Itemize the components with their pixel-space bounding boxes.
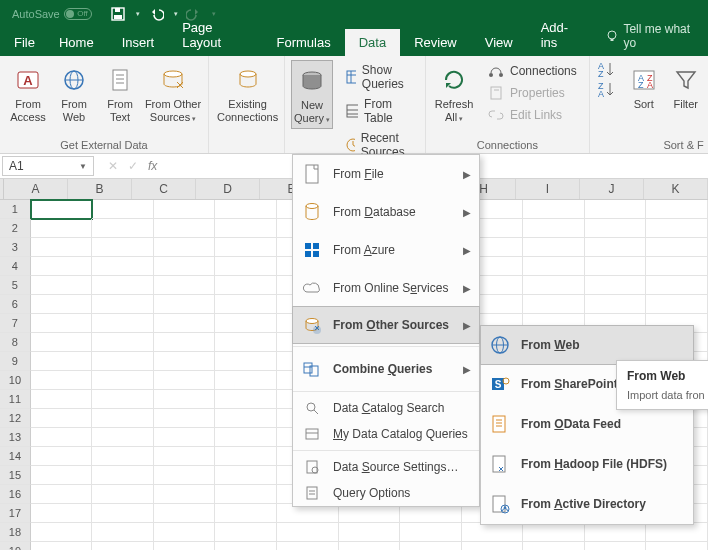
cell[interactable] (215, 314, 277, 333)
cell[interactable] (92, 352, 154, 371)
cell[interactable] (400, 542, 462, 550)
cell[interactable] (31, 352, 93, 371)
cancel-formula-icon[interactable]: ✕ (108, 159, 118, 173)
cell[interactable] (92, 523, 154, 542)
tell-me-search[interactable]: Tell me what yo (595, 16, 708, 56)
autosave-toggle[interactable]: AutoSave Off (12, 8, 92, 20)
row-header[interactable]: 3 (0, 238, 31, 257)
cell[interactable] (215, 485, 277, 504)
cell[interactable] (31, 314, 93, 333)
row-header[interactable]: 18 (0, 523, 31, 542)
row-header[interactable]: 17 (0, 504, 31, 523)
cell[interactable] (215, 200, 277, 219)
submenu-from-hadoop[interactable]: From Hadoop File (HDFS) (481, 444, 693, 484)
cell[interactable] (215, 447, 277, 466)
cell[interactable] (154, 371, 216, 390)
cell[interactable] (646, 276, 708, 295)
cell[interactable] (523, 257, 585, 276)
cell[interactable] (215, 390, 277, 409)
row-header[interactable]: 14 (0, 447, 31, 466)
cell[interactable] (646, 295, 708, 314)
cell[interactable] (215, 504, 277, 523)
cell[interactable] (523, 523, 585, 542)
from-access-button[interactable]: A From Access (6, 60, 50, 127)
cell[interactable] (154, 238, 216, 257)
cell[interactable] (277, 542, 339, 550)
cell[interactable] (31, 390, 93, 409)
submenu-from-odata[interactable]: From OData Feed (481, 404, 693, 444)
cell[interactable] (92, 504, 154, 523)
row-header[interactable]: 13 (0, 428, 31, 447)
cell[interactable] (339, 542, 401, 550)
row-header[interactable]: 10 (0, 371, 31, 390)
cell[interactable] (585, 257, 647, 276)
column-header[interactable]: D (196, 179, 260, 199)
cell[interactable] (215, 257, 277, 276)
submenu-from-web[interactable]: From Web (480, 325, 694, 365)
menu-from-online[interactable]: From Online Services▶ (293, 269, 479, 307)
row-header[interactable]: 9 (0, 352, 31, 371)
tab-home[interactable]: Home (45, 29, 108, 56)
cell[interactable] (31, 428, 93, 447)
sort-desc-icon[interactable]: ZA (596, 80, 616, 98)
cell[interactable] (92, 200, 154, 219)
refresh-all-button[interactable]: Refresh All▾ (432, 60, 476, 127)
cell[interactable] (31, 295, 93, 314)
cell[interactable] (646, 200, 708, 219)
cell[interactable] (585, 295, 647, 314)
cell[interactable] (646, 238, 708, 257)
cell[interactable] (31, 466, 93, 485)
cell[interactable] (154, 314, 216, 333)
menu-from-other-sources[interactable]: From Other Sources▶ (292, 306, 480, 344)
cell[interactable] (31, 409, 93, 428)
cell[interactable] (92, 238, 154, 257)
cell[interactable] (215, 409, 277, 428)
menu-combine-queries[interactable]: Combine Queries▶ (293, 350, 479, 388)
tab-addins[interactable]: Add-ins (527, 14, 595, 56)
name-box[interactable]: A1 ▼ (2, 156, 94, 176)
cell[interactable] (215, 238, 277, 257)
edit-links-button[interactable]: Edit Links (482, 104, 583, 126)
column-header[interactable]: B (68, 179, 132, 199)
cell[interactable] (215, 276, 277, 295)
cell[interactable] (339, 523, 401, 542)
cell[interactable] (523, 200, 585, 219)
cell[interactable] (31, 333, 93, 352)
cell[interactable] (154, 257, 216, 276)
cell[interactable] (154, 200, 216, 219)
row-header[interactable]: 6 (0, 295, 31, 314)
cell[interactable] (31, 447, 93, 466)
cell[interactable] (92, 295, 154, 314)
cell[interactable] (462, 542, 524, 550)
chevron-down-icon[interactable]: ▼ (79, 162, 87, 171)
sort-asc-icon[interactable]: AZ (596, 60, 616, 78)
fx-label[interactable]: fx (148, 159, 157, 173)
cell[interactable] (31, 485, 93, 504)
row-header[interactable]: 19 (0, 542, 31, 550)
cell[interactable] (585, 542, 647, 550)
cell[interactable] (154, 542, 216, 550)
row-header[interactable]: 4 (0, 257, 31, 276)
cell[interactable] (215, 428, 277, 447)
accept-formula-icon[interactable]: ✓ (128, 159, 138, 173)
connections-button[interactable]: Connections (482, 60, 583, 82)
cell[interactable] (154, 390, 216, 409)
menu-from-azure[interactable]: From Azure▶ (293, 231, 479, 269)
cell[interactable] (523, 295, 585, 314)
row-header[interactable]: 16 (0, 485, 31, 504)
row-header[interactable]: 2 (0, 219, 31, 238)
cell[interactable] (462, 523, 524, 542)
cell[interactable] (646, 542, 708, 550)
row-header[interactable]: 5 (0, 276, 31, 295)
cell[interactable] (154, 485, 216, 504)
cell[interactable] (92, 409, 154, 428)
column-header[interactable]: I (516, 179, 580, 199)
row-header[interactable]: 11 (0, 390, 31, 409)
cell[interactable] (646, 523, 708, 542)
cell[interactable] (154, 409, 216, 428)
cell[interactable] (154, 523, 216, 542)
cell[interactable] (277, 523, 339, 542)
cell[interactable] (215, 352, 277, 371)
cell[interactable] (154, 504, 216, 523)
existing-connections-button[interactable]: Existing Connections (215, 60, 280, 127)
